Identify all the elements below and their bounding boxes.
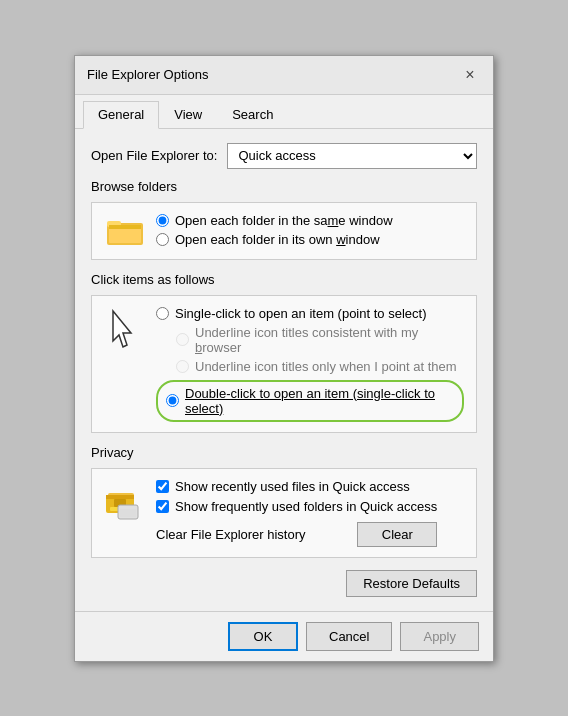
- privacy-recent-files-input[interactable]: [156, 480, 169, 493]
- browse-radio-same-input[interactable]: [156, 214, 169, 227]
- click-underline-point-radio[interactable]: Underline icon titles only when I point …: [176, 359, 464, 374]
- click-underline-point-label: Underline icon titles only when I point …: [195, 359, 457, 374]
- click-underline-browser-radio[interactable]: Underline icon titles consistent with my…: [176, 325, 464, 355]
- open-to-dropdown-wrapper: Quick access: [227, 143, 477, 169]
- privacy-section-label: Privacy: [91, 445, 477, 460]
- click-single-input[interactable]: [156, 307, 169, 320]
- click-underline-browser-input: [176, 333, 189, 346]
- privacy-section: Show recently used files in Quick access…: [91, 468, 477, 558]
- bottom-bar: OK Cancel Apply: [75, 611, 493, 661]
- folder-icon: [105, 215, 145, 247]
- browse-folders-section: Open each folder in the same window Open…: [91, 202, 477, 260]
- click-single-label: Single-click to open an item (point to s…: [175, 306, 426, 321]
- privacy-recent-files-label: Show recently used files in Quick access: [175, 479, 410, 494]
- restore-row: Restore Defaults: [91, 570, 477, 597]
- browse-same-label: Open each folder in the same window: [175, 213, 393, 228]
- folder-icon-container: [104, 213, 146, 249]
- browse-radio-same-window[interactable]: Open each folder in the same window: [156, 213, 393, 228]
- open-to-label: Open File Explorer to:: [91, 148, 217, 163]
- privacy-options: Show recently used files in Quick access…: [156, 479, 437, 547]
- click-double-label: Double-click to open an item (single-cli…: [185, 386, 454, 416]
- browse-radio-own-window[interactable]: Open each folder in its own window: [156, 232, 393, 247]
- browse-folders-label: Browse folders: [91, 179, 477, 194]
- click-items-label: Click items as follows: [91, 272, 477, 287]
- browse-radio-group: Open each folder in the same window Open…: [156, 213, 393, 247]
- cursor-icon: [109, 309, 141, 353]
- privacy-frequent-folders-label: Show frequently used folders in Quick ac…: [175, 499, 437, 514]
- click-underline-point-input: [176, 360, 189, 373]
- browse-folders-content: Open each folder in the same window Open…: [104, 213, 464, 249]
- cursor-icon-container: [104, 306, 146, 356]
- cancel-button[interactable]: Cancel: [306, 622, 392, 651]
- click-single-radio[interactable]: Single-click to open an item (point to s…: [156, 306, 464, 321]
- open-to-row: Open File Explorer to: Quick access: [91, 143, 477, 169]
- privacy-content: Show recently used files in Quick access…: [104, 479, 464, 547]
- dialog-title: File Explorer Options: [87, 67, 208, 82]
- click-radio-group: Single-click to open an item (point to s…: [156, 306, 464, 422]
- svg-rect-11: [120, 509, 136, 517]
- privacy-recent-files-checkbox[interactable]: Show recently used files in Quick access: [156, 479, 437, 494]
- close-button[interactable]: ×: [459, 64, 481, 86]
- click-items-section: Single-click to open an item (point to s…: [91, 295, 477, 433]
- tab-bar: General View Search: [75, 95, 493, 129]
- ok-button[interactable]: OK: [228, 622, 298, 651]
- title-bar: File Explorer Options ×: [75, 56, 493, 95]
- tab-view[interactable]: View: [159, 101, 217, 128]
- browse-radio-own-input[interactable]: [156, 233, 169, 246]
- tab-search[interactable]: Search: [217, 101, 288, 128]
- dialog-content: Open File Explorer to: Quick access Brow…: [75, 129, 493, 611]
- apply-button[interactable]: Apply: [400, 622, 479, 651]
- click-items-content: Single-click to open an item (point to s…: [104, 306, 464, 422]
- svg-rect-3: [109, 225, 141, 229]
- svg-rect-9: [106, 495, 134, 499]
- browse-own-label: Open each folder in its own window: [175, 232, 380, 247]
- restore-defaults-button[interactable]: Restore Defaults: [346, 570, 477, 597]
- clear-history-label: Clear File Explorer history: [156, 527, 306, 542]
- privacy-icon-container: [104, 479, 146, 521]
- privacy-frequent-folders-input[interactable]: [156, 500, 169, 513]
- privacy-frequent-folders-checkbox[interactable]: Show frequently used folders in Quick ac…: [156, 499, 437, 514]
- click-double-highlighted: Double-click to open an item (single-cli…: [156, 380, 464, 422]
- privacy-icon: [104, 479, 146, 521]
- click-underline-browser-label: Underline icon titles consistent with my…: [195, 325, 464, 355]
- click-double-input[interactable]: [166, 394, 179, 407]
- svg-marker-4: [113, 311, 131, 347]
- open-to-dropdown[interactable]: Quick access: [227, 143, 477, 169]
- file-explorer-options-dialog: File Explorer Options × General View Sea…: [74, 55, 494, 662]
- clear-button[interactable]: Clear: [357, 522, 437, 547]
- tab-general[interactable]: General: [83, 101, 159, 129]
- clear-history-row: Clear File Explorer history Clear: [156, 522, 437, 547]
